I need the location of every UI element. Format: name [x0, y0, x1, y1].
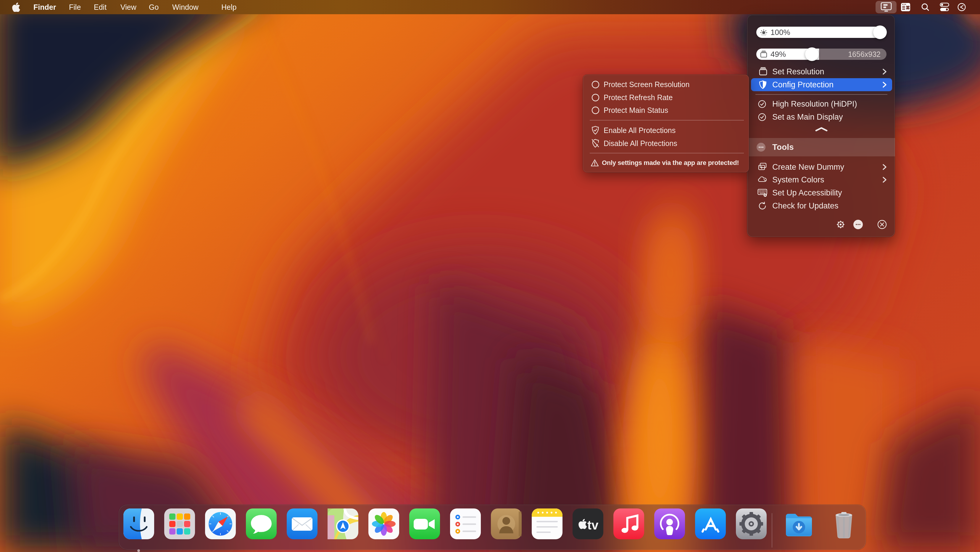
svg-text:tv: tv [587, 518, 598, 532]
